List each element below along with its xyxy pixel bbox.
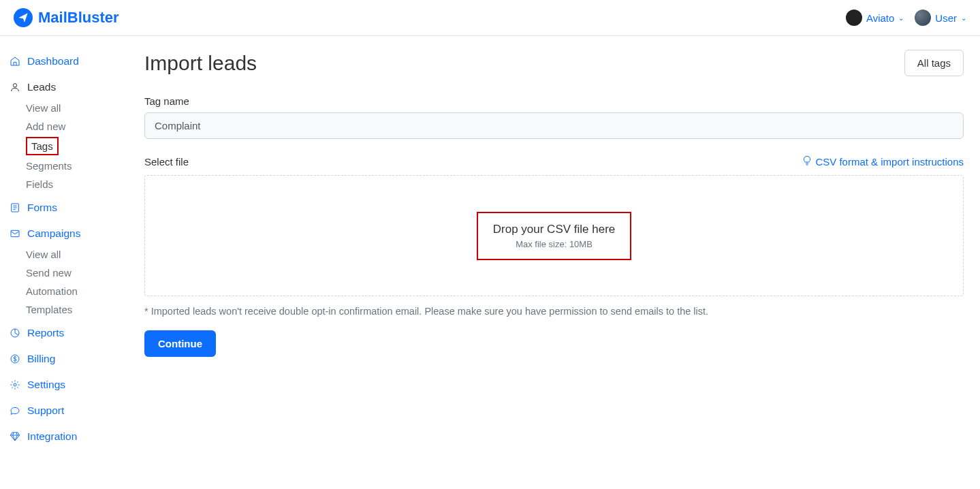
sidebar-label: Support (27, 405, 64, 417)
sidebar-item-reports[interactable]: Reports (8, 321, 120, 345)
sidebar-subnav-leads: View all Add new Tags Segments Fields (8, 99, 120, 193)
import-note: * Imported leads won't receive double op… (144, 306, 964, 317)
workspace-name: Aviato (866, 12, 894, 24)
drop-text: Drop your CSV file here (493, 223, 616, 236)
workspace-selector[interactable]: Aviato ⌄ (846, 10, 904, 26)
pie-chart-icon (10, 328, 20, 338)
paper-plane-icon (14, 8, 33, 27)
csv-format-link[interactable]: CSV format & import instructions (802, 155, 964, 168)
form-icon (10, 202, 20, 213)
layout: Dashboard Leads View all Add new Tags Se… (0, 36, 980, 464)
dropzone-highlight: Drop your CSV file here Max file size: 1… (477, 212, 632, 260)
sidebar-item-send-new[interactable]: Send new (26, 264, 120, 282)
max-size-text: Max file size: 10MB (493, 239, 616, 249)
main-content: Import leads All tags Tag name Select fi… (128, 36, 980, 464)
header: MailBluster Aviato ⌄ User ⌄ (0, 0, 980, 36)
sidebar-label: Settings (27, 379, 65, 391)
select-file-label: Select file (144, 156, 189, 168)
gear-icon (10, 379, 20, 390)
user-icon (10, 82, 20, 93)
sidebar-item-tags[interactable]: Tags (26, 137, 59, 155)
sidebar: Dashboard Leads View all Add new Tags Se… (0, 36, 128, 464)
sidebar-label: Campaigns (27, 227, 80, 240)
chevron-down-icon: ⌄ (961, 14, 966, 22)
sidebar-item-forms[interactable]: Forms (8, 196, 120, 219)
diamond-icon (10, 431, 20, 442)
sidebar-item-billing[interactable]: Billing (8, 347, 120, 370)
continue-button[interactable]: Continue (144, 330, 216, 357)
svg-point-8 (14, 383, 16, 386)
sidebar-label: Billing (27, 353, 55, 365)
file-dropzone[interactable]: Drop your CSV file here Max file size: 1… (144, 175, 964, 296)
sidebar-item-support[interactable]: Support (8, 399, 120, 422)
workspace-avatar (846, 10, 862, 26)
sidebar-item-add-new[interactable]: Add new (26, 117, 120, 136)
sidebar-item-campaigns[interactable]: Campaigns (8, 222, 120, 245)
dollar-icon (10, 353, 20, 364)
home-icon (10, 56, 20, 67)
sidebar-label: Leads (27, 81, 56, 93)
all-tags-button[interactable]: All tags (904, 50, 964, 76)
chat-icon (10, 405, 20, 416)
page-header: Import leads All tags (144, 50, 964, 76)
sidebar-label: Dashboard (27, 55, 79, 67)
envelope-icon (10, 228, 20, 239)
sidebar-item-leads[interactable]: Leads (8, 76, 120, 99)
lightbulb-icon (802, 155, 812, 168)
header-right: Aviato ⌄ User ⌄ (846, 10, 966, 26)
user-name: User (935, 12, 957, 24)
brand-logo[interactable]: MailBluster (14, 8, 119, 27)
sidebar-item-automation[interactable]: Automation (26, 282, 120, 300)
user-menu[interactable]: User ⌄ (915, 10, 966, 26)
tag-name-label: Tag name (144, 95, 964, 107)
sidebar-item-segments[interactable]: Segments (26, 157, 120, 175)
chevron-down-icon: ⌄ (898, 14, 904, 22)
sidebar-item-dashboard[interactable]: Dashboard (8, 50, 120, 73)
sidebar-item-view-all[interactable]: View all (26, 245, 120, 264)
sidebar-item-templates[interactable]: Templates (26, 300, 120, 319)
svg-point-0 (13, 84, 16, 87)
sidebar-item-settings[interactable]: Settings (8, 373, 120, 396)
brand-name: MailBluster (38, 9, 119, 27)
sidebar-item-integration[interactable]: Integration (8, 425, 120, 448)
select-file-row: Select file CSV format & import instruct… (144, 155, 964, 168)
sidebar-subnav-campaigns: View all Send new Automation Templates (8, 245, 120, 319)
svg-rect-5 (11, 230, 19, 236)
sidebar-item-view-all[interactable]: View all (26, 99, 120, 117)
sidebar-label: Forms (27, 202, 57, 214)
page-title: Import leads (144, 52, 257, 75)
user-avatar (915, 10, 931, 26)
csv-link-text: CSV format & import instructions (815, 156, 964, 168)
sidebar-label: Integration (27, 430, 77, 443)
sidebar-label: Reports (27, 327, 64, 339)
sidebar-item-fields[interactable]: Fields (26, 175, 120, 193)
tag-name-input[interactable] (144, 112, 964, 139)
